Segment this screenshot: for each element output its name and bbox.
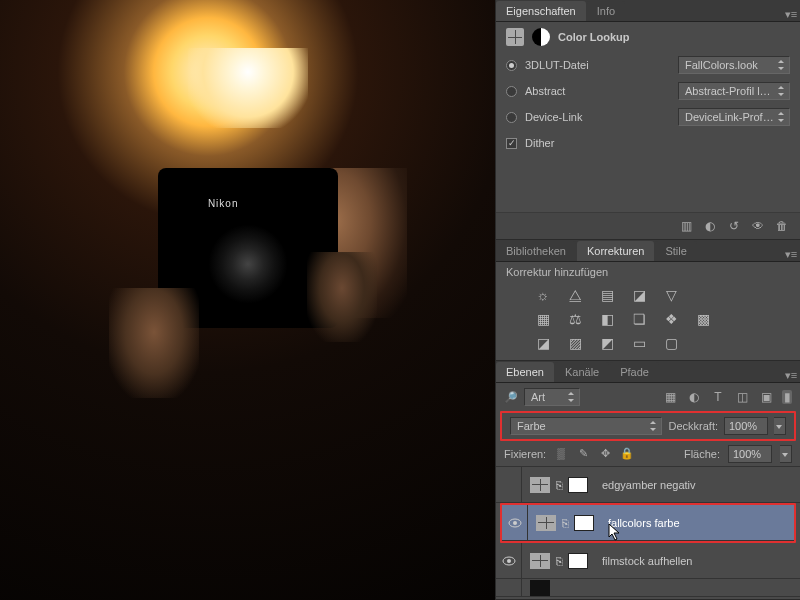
- trash-icon[interactable]: 🗑: [774, 219, 790, 233]
- vibrance-icon[interactable]: ▽: [660, 286, 682, 304]
- highlight-blend-row: Farbe Deckkraft: 100%: [500, 411, 796, 441]
- highlight-selected-layer: ⎘ fallcolors farbe: [500, 503, 796, 543]
- brightness-icon[interactable]: ☼: [532, 286, 554, 304]
- selective-color-icon[interactable]: ▢: [660, 334, 682, 352]
- photo-filter-icon[interactable]: ❏: [628, 310, 650, 328]
- adjustments-subtitle: Korrektur hinzufügen: [496, 262, 800, 282]
- reset-icon[interactable]: ↺: [726, 219, 742, 233]
- checkbox-dither[interactable]: [506, 138, 517, 149]
- dropdown-devicelink[interactable]: DeviceLink-Profil l...: [678, 108, 790, 126]
- link-icon[interactable]: ⎘: [554, 555, 564, 567]
- tab-styles[interactable]: Stile: [655, 241, 696, 261]
- label-abstract: Abstract: [525, 85, 605, 97]
- visibility-toggle[interactable]: [496, 543, 522, 578]
- fill-input[interactable]: 100%: [728, 445, 772, 463]
- layer-row[interactable]: ⎘ fallcolors farbe: [502, 505, 794, 541]
- label-3dlut: 3DLUT-Datei: [525, 59, 605, 71]
- layer-row[interactable]: [496, 579, 800, 597]
- radio-devicelink[interactable]: [506, 112, 517, 123]
- link-icon[interactable]: ⎘: [560, 517, 570, 529]
- adjustment-thumb-icon: [536, 515, 556, 531]
- filter-shape-icon[interactable]: ◫: [734, 390, 750, 404]
- layer-row[interactable]: ⎘ edgyamber negativ: [496, 467, 800, 503]
- prev-state-icon[interactable]: ◐: [702, 219, 718, 233]
- blend-mode-dropdown[interactable]: Farbe: [510, 417, 662, 435]
- label-devicelink: Device-Link: [525, 111, 605, 123]
- tab-properties[interactable]: Eigenschaften: [496, 1, 586, 21]
- layer-name[interactable]: filmstock aufhellen: [596, 555, 693, 567]
- threshold-icon[interactable]: ◩: [596, 334, 618, 352]
- posterize-icon[interactable]: ▨: [564, 334, 586, 352]
- filter-smart-icon[interactable]: ▣: [758, 390, 774, 404]
- curves-icon[interactable]: ▤: [596, 286, 618, 304]
- svg-point-3: [507, 559, 511, 563]
- mask-thumb[interactable]: [568, 477, 588, 493]
- lock-position-icon[interactable]: ✥: [598, 447, 612, 461]
- opacity-label: Deckkraft:: [668, 420, 718, 432]
- color-balance-icon[interactable]: ⚖: [564, 310, 586, 328]
- opacity-slider-toggle[interactable]: [774, 417, 786, 435]
- gradient-map-icon[interactable]: ▭: [628, 334, 650, 352]
- fill-slider-toggle[interactable]: [780, 445, 792, 463]
- clip-to-layer-icon[interactable]: ▥: [678, 219, 694, 233]
- visibility-icon[interactable]: 👁: [750, 219, 766, 233]
- hue-icon[interactable]: ▦: [532, 310, 554, 328]
- lock-transparent-icon[interactable]: ▒: [554, 447, 568, 461]
- visibility-toggle[interactable]: [496, 579, 522, 597]
- filter-pixel-icon[interactable]: ▦: [662, 390, 678, 404]
- exposure-icon[interactable]: ◪: [628, 286, 650, 304]
- tab-info[interactable]: Info: [587, 1, 625, 21]
- filter-type-icon[interactable]: T: [710, 390, 726, 404]
- visibility-toggle[interactable]: [502, 505, 528, 540]
- adjustment-thumb-icon: [530, 553, 550, 569]
- tab-libraries[interactable]: Bibliotheken: [496, 241, 576, 261]
- bw-icon[interactable]: ◧: [596, 310, 618, 328]
- channel-mixer-icon[interactable]: ❖: [660, 310, 682, 328]
- radio-abstract[interactable]: [506, 86, 517, 97]
- filter-toggle-icon[interactable]: ▮: [782, 390, 792, 404]
- opacity-input[interactable]: 100%: [724, 417, 768, 435]
- dropdown-3dlut[interactable]: FallColors.look: [678, 56, 790, 74]
- properties-title: Color Lookup: [558, 31, 630, 43]
- radio-3dlut[interactable]: [506, 60, 517, 71]
- photo: Nikon: [0, 0, 495, 600]
- document-canvas[interactable]: Nikon: [0, 0, 495, 600]
- layer-name[interactable]: fallcolors farbe: [602, 517, 680, 529]
- lock-pixels-icon[interactable]: ✎: [576, 447, 590, 461]
- label-dither: Dither: [525, 137, 554, 149]
- tab-paths[interactable]: Pfade: [610, 362, 659, 382]
- panels-sidebar: Eigenschaften Info ▾≡ Color Lookup 3DLUT…: [495, 0, 800, 600]
- mask-thumb[interactable]: [574, 515, 594, 531]
- lock-all-icon[interactable]: 🔒: [620, 447, 634, 461]
- tab-channels[interactable]: Kanäle: [555, 362, 609, 382]
- layer-filter-dropdown[interactable]: Art: [524, 388, 580, 406]
- panel-menu-icon[interactable]: ▾≡: [782, 8, 800, 21]
- lut-grid-icon: [506, 28, 524, 46]
- properties-panel: Eigenschaften Info ▾≡ Color Lookup 3DLUT…: [496, 0, 800, 240]
- visibility-toggle[interactable]: [496, 467, 522, 502]
- panel-menu-icon[interactable]: ▾≡: [782, 369, 800, 382]
- adjustments-panel: Bibliotheken Korrekturen Stile ▾≡ Korrek…: [496, 240, 800, 361]
- filter-adjust-icon[interactable]: ◐: [686, 390, 702, 404]
- fill-label: Fläche:: [684, 448, 720, 460]
- svg-point-1: [513, 521, 517, 525]
- levels-icon[interactable]: ⧋: [564, 286, 586, 304]
- color-lookup-icon[interactable]: ▩: [692, 310, 714, 328]
- panel-menu-icon[interactable]: ▾≡: [782, 248, 800, 261]
- layer-row[interactable]: ⎘ filmstock aufhellen: [496, 543, 800, 579]
- layers-panel: Ebenen Kanäle Pfade ▾≡ 🔎 Art ▦ ◐ T ◫ ▣ ▮…: [496, 361, 800, 600]
- layer-name[interactable]: edgyamber negativ: [596, 479, 696, 491]
- adjustment-thumb-icon: [530, 477, 550, 493]
- color-lookup-icon: [532, 28, 550, 46]
- lock-label: Fixieren:: [504, 448, 546, 460]
- tab-adjustments[interactable]: Korrekturen: [577, 241, 654, 261]
- tab-layers[interactable]: Ebenen: [496, 362, 554, 382]
- link-icon[interactable]: ⎘: [554, 479, 564, 491]
- layer-thumb: [530, 580, 550, 596]
- invert-icon[interactable]: ◪: [532, 334, 554, 352]
- mask-thumb[interactable]: [568, 553, 588, 569]
- dropdown-abstract[interactable]: Abstract-Profil lad...: [678, 82, 790, 100]
- camera-brand: Nikon: [208, 198, 239, 209]
